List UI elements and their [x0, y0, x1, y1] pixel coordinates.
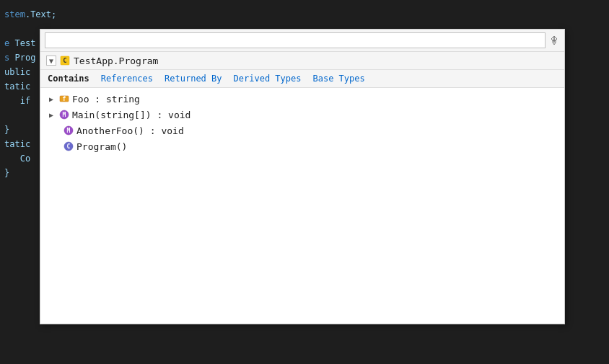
svg-text:M: M: [67, 128, 71, 134]
expand-foo[interactable]: ▶: [46, 94, 56, 104]
tab-base-types[interactable]: Base Types: [311, 71, 366, 87]
search-input[interactable]: [45, 32, 546, 48]
tab-returned-by[interactable]: Returned By: [163, 71, 223, 87]
pin-icon[interactable]: [548, 35, 560, 46]
main-label: Main(string[]) : void: [72, 110, 190, 120]
tab-derived-types[interactable]: Derived Types: [232, 71, 303, 87]
search-bar: [40, 30, 564, 52]
node-title: TestApp.Program: [74, 56, 158, 66]
tab-contains[interactable]: Contains: [46, 71, 91, 87]
svg-text:C: C: [67, 143, 71, 150]
svg-text:C: C: [63, 57, 66, 64]
popup-panel: ▼ C TestApp.Program Contains References …: [40, 29, 565, 324]
code-editor: stem.Text; e Test s Prog ublic tatic if …: [0, 0, 42, 364]
anotherfoo-label: AnotherFoo() : void: [76, 125, 184, 136]
tree-row[interactable]: ▶ f Foo : string: [40, 91, 564, 107]
tree-content: ▶ f Foo : string ▶ M Main(string[]) : vo…: [40, 88, 564, 324]
method-icon: M: [58, 109, 70, 120]
node-icon: C: [59, 55, 71, 66]
header-row: ▼ C TestApp.Program: [40, 52, 564, 70]
tab-references[interactable]: References: [100, 71, 154, 87]
foo-label: Foo : string: [72, 94, 140, 105]
method-icon-2: M: [63, 125, 74, 136]
header-expand-btn[interactable]: ▼: [46, 56, 56, 66]
tree-row[interactable]: C Program(): [40, 138, 564, 154]
svg-text:M: M: [63, 112, 66, 118]
svg-text:f: f: [63, 96, 66, 102]
tree-row[interactable]: M AnotherFoo() : void: [40, 123, 564, 138]
tree-row[interactable]: ▶ M Main(string[]) : void: [40, 107, 564, 123]
constructor-icon: C: [63, 141, 74, 152]
tab-bar: Contains References Returned By Derived …: [40, 70, 564, 88]
expand-main[interactable]: ▶: [46, 110, 56, 120]
program-label: Program(): [76, 141, 127, 152]
field-icon: f: [58, 93, 70, 105]
